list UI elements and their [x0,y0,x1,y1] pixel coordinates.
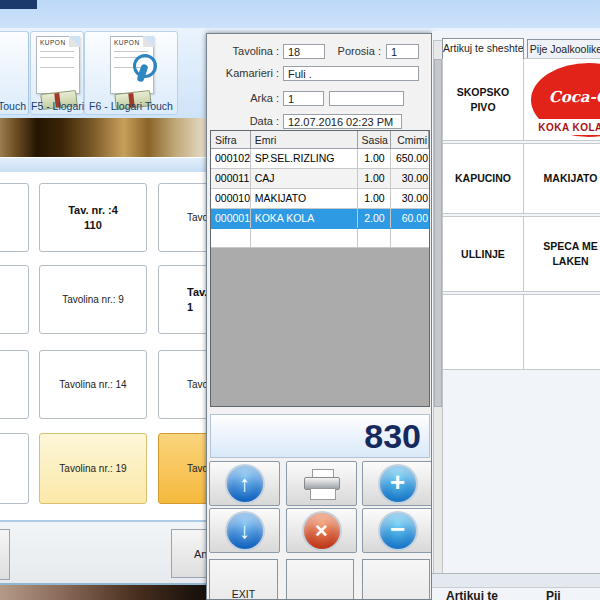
bottom-divider-strip [432,573,600,588]
window-top-strip [0,0,600,28]
receipt-title: KUPON [114,39,140,46]
table-button[interactable] [0,183,29,252]
scrollbar-thumb[interactable] [434,59,442,407]
data-field[interactable]: 12.07.2016 02:23 PM [283,114,402,129]
tables-panel: Tav. nr. :4 110 Tavolina nr.: Tavolina n… [0,172,206,520]
tables-panel-header-bar [0,157,206,173]
decor-photo-band [0,118,206,157]
arka-extra-field[interactable] [329,91,404,106]
cancel-button[interactable]: × [286,508,357,553]
ribbon-button-label: F5 - Llogari [31,100,83,112]
product-button-empty[interactable] [523,294,600,370]
bottom-tab-partial[interactable]: Artikuj te [446,589,498,600]
f9-incizo-button[interactable]: F9 - Incizo [362,559,430,600]
ribbon-button-label: Touch [0,100,28,112]
product-button-empty[interactable] [442,294,524,370]
table-row-selected[interactable]: 000001 KOKA KOLA 2.00 60.00 [211,209,429,229]
f11-storno-button[interactable]: F11 - Storno [286,559,354,600]
move-up-button[interactable]: ↑ [209,461,280,506]
product-button-makijato[interactable]: MAKIJATO [523,143,600,214]
table-button-19[interactable]: Tavolina nr.: 19 [39,433,147,504]
table-button-9[interactable]: Tavolina nr.: 9 [39,265,147,334]
table-button[interactable] [0,433,29,504]
product-button-speca-me-laken[interactable]: SPECA ME LAKEN [523,216,600,292]
porosia-field[interactable]: 1 [386,44,419,59]
tavolina-label: Tavolina : [209,45,279,57]
product-button-ullinje[interactable]: ULLINJE [442,216,524,292]
decor-photo-strip [0,583,206,600]
printer-icon [304,469,340,499]
receipt-icon: KUPON [36,36,80,94]
ribbon-button-f6-llogari-touch[interactable]: KUPON F6 - Llogari Touch [84,31,178,115]
table-row-empty [211,229,429,248]
pos-app-window: Touch KUPON F5 - Llogari KUPON F6 - Llog… [0,0,600,600]
remove-item-button[interactable]: − [362,508,432,553]
table-button-14[interactable]: Tavolina nr.: 14 [39,350,147,419]
receipt-title: KUPON [40,39,66,46]
move-down-button[interactable]: ↓ [209,508,280,553]
col-header-sifra[interactable]: Sifra [211,131,251,148]
table-row[interactable]: 000102 SP.SEL.RIZLING 1.00 650.00 [211,149,429,169]
arka-label: Arka : [209,92,279,104]
cancel-x-icon: × [304,513,340,549]
ribbon-button-f5-llogari[interactable]: KUPON F5 - Llogari [30,31,84,115]
print-button[interactable] [286,461,357,506]
minus-icon: − [380,513,416,549]
tab-pije-joalkoolike[interactable]: Pije Joalkoolike [527,39,600,59]
ribbon-button-label: F6 - Llogari Touch [85,100,177,112]
add-item-button[interactable]: + [362,461,432,506]
ribbon-button-llogari-touch-partial[interactable]: Touch [0,31,29,115]
table-button[interactable] [0,350,29,419]
product-label: KOKA KOLA [524,119,600,135]
order-items-table: Sifra Emri Sasia Cmimi 000102 SP.SEL.RIZ… [210,130,430,407]
table-button[interactable] [0,265,29,334]
kamarieri-field[interactable]: Fuli . [283,66,419,81]
table-row[interactable]: 000011 CAJ 1.00 30.00 [211,169,429,189]
order-dialog: Tavolina : 18 Porosia : 1 Kamarieri : Fu… [206,33,432,600]
porosia-label: Porosia : [315,45,381,57]
plus-icon: + [380,466,416,502]
kamarieri-label: Kamarieri : [209,67,279,79]
product-button-koka-kola[interactable]: Coca-Cola KOKA KOLA [523,58,600,141]
data-label: Data : [209,115,279,127]
product-button-skopsko-pivo[interactable]: SKOPSKO PIVO [442,58,524,141]
total-display: 830 [210,414,430,458]
product-button-kapucino[interactable]: KAPUCINO [442,143,524,214]
tab-artikuj-te-sheshte[interactable]: Artikuj te sheshte [442,38,524,59]
products-panel: Artikuj te sheshte Pije Joalkoolike SKOP… [432,31,600,600]
footer-button-partial[interactable] [0,529,10,580]
down-arrow-icon: ↓ [227,513,263,549]
bottom-tab-partial[interactable]: Pij [546,589,561,600]
col-header-sasia[interactable]: Sasia [358,131,392,148]
arka-field[interactable]: 1 [283,91,324,106]
table-header-row: Sifra Emri Sasia Cmimi [211,131,429,149]
table-row[interactable]: 000010 MAKIJATO 1.00 30.00 [211,189,429,209]
col-header-emri[interactable]: Emri [251,131,358,148]
window-title-fragment [0,0,37,9]
coca-cola-script: Coca-Cola [536,87,600,108]
tables-footer-bar: An [0,520,206,585]
col-header-cmimi[interactable]: Cmimi [391,131,429,148]
table-button-4[interactable]: Tav. nr. :4 110 [39,183,147,252]
up-arrow-icon: ↑ [227,466,263,502]
exit-button[interactable]: EXIT [209,559,278,600]
